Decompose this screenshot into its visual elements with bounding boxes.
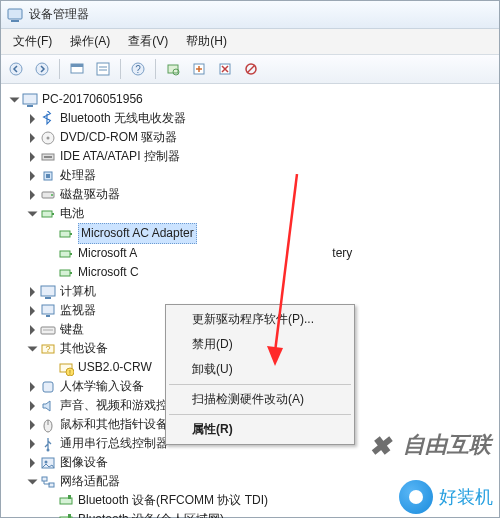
bluetooth-icon <box>40 111 56 127</box>
toolbar-scan-icon[interactable] <box>162 58 184 80</box>
tree-label: 通用串行总线控制器 <box>60 434 168 453</box>
ctx-disable[interactable]: 禁用(D) <box>168 332 352 357</box>
expand-icon[interactable] <box>27 400 38 411</box>
back-button[interactable] <box>5 58 27 80</box>
svg-rect-35 <box>41 286 55 296</box>
sound-icon <box>40 398 56 414</box>
toolbar-properties-icon[interactable] <box>92 58 114 80</box>
collapse-icon[interactable] <box>27 343 38 354</box>
network-adapter-icon <box>58 512 74 519</box>
collapse-icon[interactable] <box>27 476 38 487</box>
tree-label: Microsoft C <box>78 263 139 282</box>
svg-rect-55 <box>68 495 71 499</box>
menu-view[interactable]: 查看(V) <box>120 31 176 52</box>
toolbar-help-icon[interactable]: ? <box>127 58 149 80</box>
battery-icon <box>40 206 56 222</box>
svg-rect-1 <box>11 20 19 22</box>
network-adapter-icon <box>58 493 74 509</box>
ctx-properties[interactable]: 属性(R) <box>168 417 352 442</box>
tree-label: 图像设备 <box>60 453 108 472</box>
tree-category[interactable]: DVD/CD-ROM 驱动器 <box>5 128 495 147</box>
toolbar-separator <box>59 59 60 79</box>
ctx-scan-hardware[interactable]: 扫描检测硬件改动(A) <box>168 387 352 412</box>
tree-category[interactable]: 磁盘驱动器 <box>5 185 495 204</box>
svg-rect-28 <box>52 213 54 215</box>
tree-label: Bluetooth 设备(RFCOMM 协议 TDI) <box>78 491 268 510</box>
expand-icon[interactable] <box>27 113 38 124</box>
collapse-icon[interactable] <box>27 208 38 219</box>
watermark-text: 好装机 <box>439 485 493 509</box>
toolbar-uninstall-icon[interactable] <box>214 58 236 80</box>
watermark-ziyou: ✖ 自由互联 <box>369 430 491 460</box>
svg-rect-5 <box>71 64 83 67</box>
computer-icon <box>22 92 38 108</box>
expand-icon[interactable] <box>27 419 38 430</box>
disk-icon <box>40 187 56 203</box>
toolbar-update-icon[interactable] <box>188 58 210 80</box>
tree-label: 鼠标和其他指针设备 <box>60 415 168 434</box>
svg-rect-6 <box>97 63 109 75</box>
tree-item-selected[interactable]: Microsoft AC Adapter <box>5 223 495 244</box>
tree-item[interactable]: Microsoft Atery <box>5 244 495 263</box>
expand-icon[interactable] <box>27 305 38 316</box>
expand-icon[interactable] <box>27 381 38 392</box>
svg-point-20 <box>47 136 50 139</box>
svg-point-3 <box>36 63 48 75</box>
tree-item[interactable]: Microsoft C <box>5 263 495 282</box>
tree-label: 其他设备 <box>60 339 108 358</box>
image-icon <box>40 455 56 471</box>
window-title: 设备管理器 <box>29 6 89 23</box>
expand-icon[interactable] <box>27 189 38 200</box>
toolbar-console-icon[interactable] <box>66 58 88 80</box>
menu-file[interactable]: 文件(F) <box>5 31 60 52</box>
unknown-device-icon: ! <box>58 360 74 376</box>
menubar: 文件(F) 操作(A) 查看(V) 帮助(H) <box>1 29 499 55</box>
ctx-update-driver[interactable]: 更新驱动程序软件(P)... <box>168 307 352 332</box>
expand-icon[interactable] <box>27 457 38 468</box>
mouse-icon <box>40 417 56 433</box>
ctx-separator <box>169 384 351 385</box>
menu-help[interactable]: 帮助(H) <box>178 31 235 52</box>
svg-line-16 <box>247 65 255 73</box>
svg-text:?: ? <box>45 344 50 354</box>
expand-icon[interactable] <box>27 170 38 181</box>
tree-label: Bluetooth 设备(个人区域网) <box>78 510 224 518</box>
tree-label: 键盘 <box>60 320 84 339</box>
tree-root[interactable]: PC-201706051956 <box>5 90 495 109</box>
battery-icon <box>58 265 74 281</box>
tree-category[interactable]: 处理器 <box>5 166 495 185</box>
expand-icon[interactable] <box>27 438 38 449</box>
other-icon: ? <box>40 341 56 357</box>
tree-label-tail: tery <box>332 244 352 263</box>
tree-category[interactable]: IDE ATA/ATAPI 控制器 <box>5 147 495 166</box>
svg-point-2 <box>10 63 22 75</box>
network-icon <box>40 474 56 490</box>
tree-label: Microsoft A <box>78 244 137 263</box>
svg-rect-22 <box>44 156 52 158</box>
expand-icon[interactable] <box>27 151 38 162</box>
forward-button[interactable] <box>31 58 53 80</box>
cpu-icon <box>40 168 56 184</box>
collapse-icon[interactable] <box>9 94 20 105</box>
watermark-haozhuangji: 好装机 <box>399 480 493 514</box>
svg-rect-29 <box>60 231 70 237</box>
expand-icon[interactable] <box>27 132 38 143</box>
svg-point-26 <box>51 194 53 196</box>
tree-category[interactable]: Bluetooth 无线电收发器 <box>5 109 495 128</box>
svg-text:?: ? <box>135 64 141 75</box>
svg-rect-37 <box>42 305 54 314</box>
tree-label: 处理器 <box>60 166 96 185</box>
ctx-uninstall[interactable]: 卸载(U) <box>168 357 352 382</box>
menu-action[interactable]: 操作(A) <box>62 31 118 52</box>
tree-category[interactable]: 计算机 <box>5 282 495 301</box>
ctx-separator <box>169 414 351 415</box>
tree-category-battery[interactable]: 电池 <box>5 204 495 223</box>
battery-icon <box>58 246 74 262</box>
svg-rect-30 <box>70 233 72 235</box>
tree-label: 电池 <box>60 204 84 223</box>
toolbar-disable-icon[interactable] <box>240 58 262 80</box>
expand-icon[interactable] <box>27 324 38 335</box>
expand-icon[interactable] <box>27 286 38 297</box>
ide-icon <box>40 149 56 165</box>
tree-label: USB2.0-CRW <box>78 358 152 377</box>
